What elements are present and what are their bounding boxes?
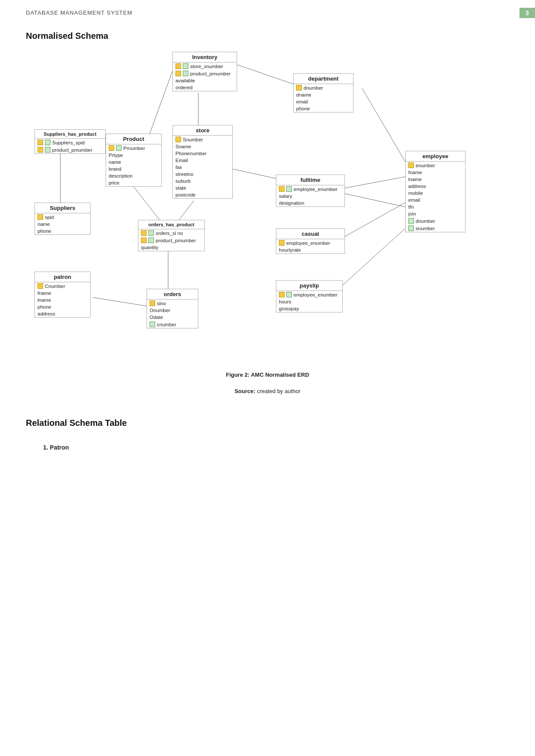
field-state: state bbox=[173, 184, 232, 191]
fk-icon bbox=[116, 145, 122, 151]
field-label: mobile bbox=[408, 191, 423, 196]
field-label: tfn bbox=[408, 204, 414, 209]
entity-patron-title: patron bbox=[35, 272, 90, 282]
field-label: Onumber bbox=[150, 308, 170, 313]
field-hours: hours bbox=[276, 298, 342, 305]
field-label: email bbox=[296, 99, 308, 104]
field-label: join bbox=[408, 211, 416, 216]
figure-caption-text: Figure 2: AMC Normalised ERD bbox=[226, 372, 309, 378]
field-label: phone bbox=[296, 106, 310, 111]
svg-line-12 bbox=[336, 228, 405, 291]
field-label: hourlyrate bbox=[279, 247, 301, 253]
field-label: available bbox=[175, 78, 195, 83]
field-label: lname bbox=[408, 177, 422, 182]
page-header: DATABASE MANAGEMENT SYSTEM bbox=[26, 9, 132, 16]
field-label: price bbox=[109, 180, 119, 185]
fk-icon bbox=[150, 322, 155, 327]
field-label: email bbox=[408, 197, 420, 203]
field-emp-tfn: tfn bbox=[406, 203, 465, 210]
pk-icon bbox=[38, 214, 43, 220]
field-label: dnumber bbox=[303, 85, 323, 91]
svg-line-1 bbox=[237, 65, 293, 84]
field-suburb: suburb bbox=[173, 178, 232, 184]
field-enumber: enumber bbox=[406, 162, 465, 169]
field-label: Cnumber bbox=[45, 284, 65, 289]
svg-line-6 bbox=[129, 181, 160, 220]
entity-product-title: Product bbox=[106, 134, 161, 144]
field-label: streetno bbox=[175, 172, 194, 177]
field-price: price bbox=[106, 179, 161, 186]
entity-suppliers: Suppliers spid name phone bbox=[34, 203, 91, 235]
entity-payslip: payslip employee_enumber hours grosspay bbox=[276, 280, 343, 312]
entity-store: store Snumber Sname Phonenumber Email fa… bbox=[172, 125, 233, 199]
svg-line-10 bbox=[336, 177, 405, 190]
field-onumber: Onumber bbox=[147, 307, 198, 314]
relational-schema-title: Relational Schema Table bbox=[26, 418, 127, 428]
field-label: employee_enumber bbox=[286, 241, 330, 246]
svg-line-9 bbox=[362, 88, 405, 162]
entity-fulltime: fulltime employee_enumber salary designa… bbox=[276, 175, 345, 207]
field-phone: phone bbox=[294, 105, 353, 112]
field-designation: designation bbox=[276, 200, 344, 206]
field-label: dname bbox=[296, 92, 311, 97]
field-label: Phonenumber bbox=[175, 151, 206, 156]
field-label: orders_sl no bbox=[156, 231, 183, 236]
section-title: Normalised Schema bbox=[26, 31, 108, 41]
entity-inventory-title: Inventory bbox=[173, 52, 237, 62]
field-label: address bbox=[38, 311, 55, 316]
field-label: employee_enumber bbox=[294, 187, 338, 192]
entity-fulltime-title: fulltime bbox=[276, 175, 344, 185]
relational-item-patron: 1. Patron bbox=[43, 444, 69, 451]
field-label: brand bbox=[109, 166, 121, 172]
field-product-pmumber: product_pmumber bbox=[35, 146, 105, 153]
entity-department-title: department bbox=[294, 74, 353, 84]
field-label: product_pmumber bbox=[52, 147, 92, 153]
pk-icon bbox=[279, 186, 285, 192]
page-number: 3 bbox=[519, 8, 535, 18]
field-label: designation bbox=[279, 200, 304, 206]
field-emp-join: join bbox=[406, 210, 465, 217]
field-available: available bbox=[173, 77, 237, 84]
pk-icon bbox=[150, 300, 155, 306]
field-pat-lname: lname bbox=[35, 297, 90, 303]
field-description: description bbox=[106, 172, 161, 179]
field-emp-snumber: snumber bbox=[406, 225, 465, 232]
field-emp-mobile: mobile bbox=[406, 190, 465, 197]
field-label: fname bbox=[408, 170, 422, 175]
entity-casual: casual employee_enumber hourlyrate bbox=[276, 228, 345, 254]
pk-icon bbox=[296, 85, 302, 91]
source-text: Source: created by author bbox=[235, 388, 300, 394]
pk-icon bbox=[175, 71, 181, 76]
entity-product: Product Prnumber Prtype name brand descr… bbox=[106, 134, 162, 187]
field-label: Email bbox=[175, 158, 188, 163]
field-label: Snumber bbox=[183, 137, 203, 142]
pk-icon bbox=[109, 145, 114, 151]
field-prnumber: Prnumber bbox=[106, 144, 161, 152]
entity-store-title: store bbox=[173, 125, 232, 136]
field-cas-enumber: employee_enumber bbox=[276, 239, 344, 247]
entity-employee-title: employee bbox=[406, 151, 465, 162]
field-ohp-quantity: quantity bbox=[138, 244, 204, 251]
field-ord-cnumber: cnumber bbox=[147, 321, 198, 328]
field-label: phone bbox=[38, 304, 51, 309]
field-label: Prnumber bbox=[123, 146, 145, 151]
svg-line-11 bbox=[336, 203, 405, 241]
field-sup-phone: phone bbox=[35, 228, 90, 234]
field-prtype: Prtype bbox=[106, 152, 161, 159]
entity-ohp-title: orders_has_product bbox=[138, 220, 204, 229]
field-emp-lname: lname bbox=[406, 176, 465, 183]
field-brand: brand bbox=[106, 166, 161, 172]
fk-icon bbox=[45, 147, 50, 153]
pk-icon bbox=[141, 237, 147, 243]
pk-icon bbox=[175, 137, 181, 142]
pk-icon bbox=[279, 240, 285, 246]
fk-icon bbox=[286, 186, 292, 192]
field-ft-enumber: employee_enumber bbox=[276, 185, 344, 193]
entity-casual-title: casual bbox=[276, 229, 344, 239]
field-phonenumber: Phonenumber bbox=[173, 150, 232, 157]
field-sup-name: name bbox=[35, 221, 90, 228]
field-sname: Sname bbox=[173, 143, 232, 150]
field-label: state bbox=[175, 185, 186, 191]
pk-icon bbox=[279, 292, 285, 297]
fk-icon bbox=[286, 292, 292, 297]
